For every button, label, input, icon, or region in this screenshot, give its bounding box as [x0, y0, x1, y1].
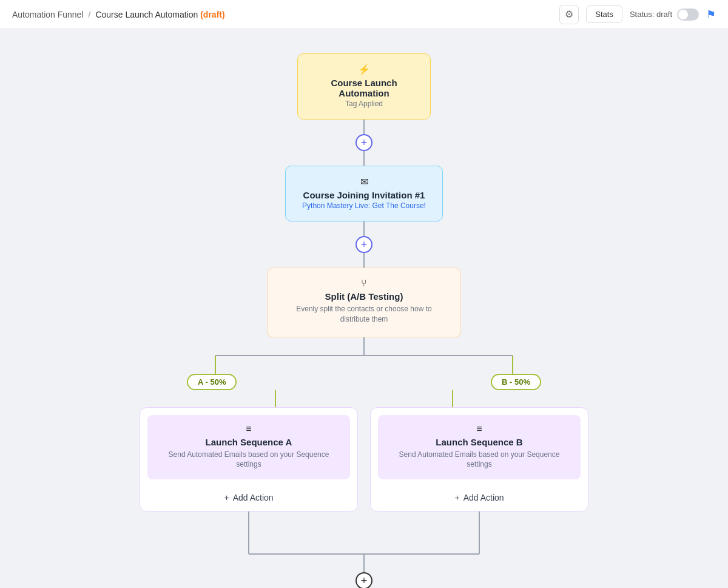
sequence-a-card[interactable]: ≡ Launch Sequence A Send Automated Email…	[140, 407, 358, 512]
trigger-subtitle: Tag Applied	[310, 100, 418, 108]
sequence-b-subtitle: Send Automated Emails based on your Sequ…	[388, 450, 571, 470]
add-node-btn-3[interactable]: +	[356, 572, 372, 588]
breadcrumb-sep: /	[89, 10, 91, 19]
add-node-btn-1[interactable]: +	[356, 134, 372, 151]
sequence-a-inner: ≡ Launch Sequence A Send Automated Email…	[147, 415, 350, 480]
branch-b-label: B - 50%	[491, 374, 541, 390]
split-node[interactable]: ⑂ Split (A/B Testing) Evenly split the c…	[267, 268, 461, 337]
split-title: Split (A/B Testing)	[282, 291, 446, 302]
split-icon: ⑂	[282, 278, 446, 289]
branch-a-connector	[275, 390, 276, 407]
trigger-icon: ⚡	[310, 64, 418, 75]
connector-2	[363, 151, 365, 166]
sequence-b-icon: ≡	[388, 424, 571, 434]
trigger-title: Course Launch Automation	[310, 78, 418, 98]
split-lines-svg	[103, 337, 625, 374]
status-toggle[interactable]	[677, 8, 699, 21]
email-subtitle: Python Mastery Live: Get The Course!	[298, 201, 430, 210]
draft-badge: (draft)	[200, 10, 224, 19]
gear-button[interactable]: ⚙	[559, 5, 579, 24]
sequence-b-inner: ≡ Launch Sequence B Send Automated Email…	[378, 415, 581, 480]
sequence-a-subtitle: Send Automated Emails based on your Sequ…	[157, 450, 340, 470]
header: Automation Funnel / Course Launch Automa…	[0, 0, 728, 29]
branch-a-label: A - 50%	[187, 374, 237, 390]
email-node[interactable]: ✉ Course Joining Invitation #1 Python Ma…	[285, 166, 443, 221]
add-action-b-button[interactable]: + Add Action	[371, 484, 588, 511]
header-actions: ⚙ Stats Status: draft ⚑	[559, 5, 716, 24]
sequence-a-title: Launch Sequence A	[157, 437, 340, 447]
canvas: ⚡ Course Launch Automation Tag Applied +…	[0, 29, 728, 588]
email-icon: ✉	[298, 176, 430, 188]
flag-icon[interactable]: ⚑	[706, 8, 716, 21]
sequence-b-card[interactable]: ≡ Launch Sequence B Send Automated Email…	[370, 407, 588, 512]
connector-4	[363, 253, 365, 268]
status-area: Status: draft	[630, 8, 699, 21]
status-label: Status: draft	[630, 10, 672, 19]
stats-button[interactable]: Stats	[586, 5, 622, 23]
plus-icon-a: +	[224, 493, 229, 502]
breadcrumb: Automation Funnel / Course Launch Automa…	[12, 10, 225, 19]
plus-icon-b: +	[454, 493, 459, 502]
split-subtitle: Evenly split the contacts or choose how …	[282, 304, 446, 325]
sequence-b-title: Launch Sequence B	[388, 437, 571, 447]
sequence-a-icon: ≡	[157, 424, 340, 434]
merge-lines-svg	[103, 512, 625, 572]
email-title: Course Joining Invitation #1	[298, 190, 430, 200]
breadcrumb-current: Course Launch Automation (draft)	[95, 10, 224, 19]
breadcrumb-funnel[interactable]: Automation Funnel	[12, 10, 84, 19]
branch-b-connector	[452, 390, 453, 407]
connector-3	[363, 221, 365, 236]
add-action-a-button[interactable]: + Add Action	[140, 484, 357, 511]
connector-1	[363, 120, 365, 134]
gear-icon: ⚙	[565, 8, 573, 20]
add-node-btn-2[interactable]: +	[356, 236, 372, 253]
trigger-node[interactable]: ⚡ Course Launch Automation Tag Applied	[297, 53, 431, 120]
